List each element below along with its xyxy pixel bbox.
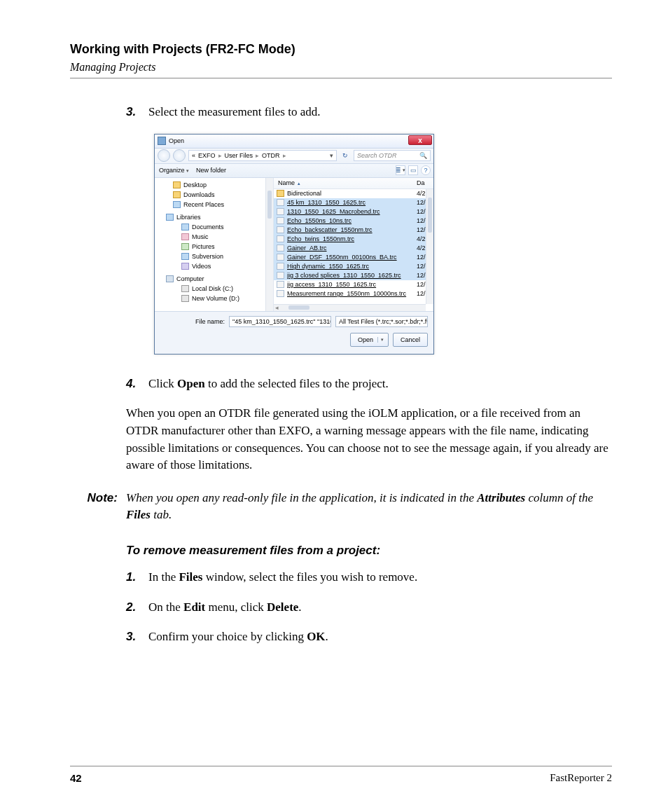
product-name: FastReporter 2 (550, 772, 612, 784)
step-text: Select the measurement files to add. (148, 104, 612, 121)
view-options-button[interactable]: ≣▾ (396, 165, 405, 175)
step-3: 3. Select the measurement files to add. (126, 104, 612, 121)
chevron-right-icon: ▸ (256, 152, 259, 159)
nav-bar: « EXFO ▸ User Files ▸ OTDR ▸ ▾ ↻ Search … (155, 149, 433, 164)
breadcrumb[interactable]: « EXFO ▸ User Files ▸ OTDR ▸ ▾ (188, 150, 337, 161)
file-row[interactable]: Echo_1550ns_10ns.trc12/ (274, 216, 433, 226)
open-button[interactable]: Open▾ (350, 333, 389, 347)
filename-label: File name: (160, 318, 225, 325)
open-split-dropdown[interactable]: ▾ (377, 337, 387, 343)
sidebar-item-pictures[interactable]: Pictures (155, 242, 273, 252)
sidebar-item-recent[interactable]: Recent Places (155, 200, 273, 209)
file-pane: Name▴ Da Bidirectional4/245 km_1310_1550… (274, 178, 433, 311)
file-row[interactable]: Echo_twins_1550nm.trc4/2 (274, 235, 433, 244)
dialog-toolbar: Organize ▾ New folder ≣▾ ▭ ? (155, 164, 433, 178)
file-icon (277, 226, 284, 233)
file-row[interactable]: Echo_backscatter_1550nm.trc12/ (274, 226, 433, 235)
preview-pane-button[interactable]: ▭ (408, 165, 418, 175)
file-name: Echo_backscatter_1550nm.trc (287, 226, 417, 233)
open-dialog-screenshot: Open x « EXFO ▸ User Files ▸ OTDR ▸ ▾ ↻ (154, 134, 612, 355)
organize-button[interactable]: Organize ▾ (159, 167, 189, 174)
remove-step-1: 1. In the Files window, select the files… (126, 569, 612, 586)
help-button[interactable]: ? (421, 165, 431, 175)
crumb-userfiles[interactable]: User Files (225, 152, 253, 159)
new-folder-button[interactable]: New folder (196, 167, 226, 174)
folder-icon (277, 190, 284, 197)
note-text: When you open any read-only file in the … (126, 490, 612, 524)
step-text: In the Files window, select the files yo… (148, 569, 612, 586)
chevron-down-icon[interactable]: ▾ (330, 152, 333, 159)
cancel-button[interactable]: Cancel (393, 333, 428, 347)
file-row[interactable]: jig access_1310_1550_1625.trc12/ (274, 280, 433, 289)
page-number: 42 (70, 772, 82, 784)
dialog-title-text: Open (169, 137, 184, 144)
remove-step-2: 2. On the Edit menu, click Delete. (126, 599, 612, 617)
file-name: Echo_twins_1550nm.trc (287, 235, 417, 242)
open-dialog: Open x « EXFO ▸ User Files ▸ OTDR ▸ ▾ ↻ (154, 134, 434, 355)
paragraph-otdr-warning: When you open an OTDR file generated usi… (126, 405, 612, 474)
file-icon (277, 263, 284, 270)
file-row[interactable]: Gainer_AB.trc4/2 (274, 244, 433, 253)
file-name: 1310_1550_1625_Macrobend.trc (287, 208, 417, 215)
crumb-exfo[interactable]: EXFO (198, 152, 216, 159)
back-button[interactable] (158, 149, 170, 162)
file-icon (277, 254, 284, 261)
file-icon (277, 281, 284, 288)
file-row[interactable]: 1310_1550_1625_Macrobend.trc12/ (274, 207, 433, 216)
page-footer: 42 FastReporter 2 (70, 766, 612, 784)
forward-button[interactable] (173, 149, 186, 162)
page-subheading: Managing Projects (70, 61, 612, 74)
column-date[interactable]: Da (417, 179, 433, 186)
file-hscrollbar[interactable]: ◂ (274, 304, 426, 311)
remove-subheading: To remove measurement files from a proje… (126, 544, 612, 558)
search-input[interactable]: Search OTDR 🔍 (354, 150, 431, 161)
step-text: On the Edit menu, click Delete. (148, 599, 612, 617)
close-button[interactable]: x (408, 135, 432, 145)
sidebar-item-documents[interactable]: Documents (155, 222, 273, 232)
file-icon (277, 245, 284, 252)
sidebar-item-libraries[interactable]: Libraries (155, 212, 273, 222)
page-heading: Working with Projects (FR2-FC Mode) (70, 42, 612, 57)
crumb-lead: « (192, 152, 195, 159)
filename-input[interactable]: "45 km_1310_1550_1625.trc" "1310 ▾ (229, 316, 331, 327)
note-block: Note: When you open any read-only file i… (70, 490, 612, 524)
dialog-body: Desktop Downloads Recent Places Librarie… (155, 178, 433, 311)
file-name: Measurement range_1550nm_10000ns.trc (287, 290, 417, 297)
file-name: Echo_1550ns_10ns.trc (287, 217, 417, 224)
step-text: Confirm your choice by clicking OK. (148, 628, 612, 646)
sidebar-item-desktop[interactable]: Desktop (155, 180, 273, 190)
sidebar-item-videos[interactable]: Videos (155, 261, 273, 271)
file-row[interactable]: jig 3 closed splices_1310_1550_1625.trc1… (274, 271, 433, 280)
file-row[interactable]: Gainer_DSF_1550nm_00100ns_BA.trc12/ (274, 253, 433, 262)
sidebar-item-computer[interactable]: Computer (155, 274, 273, 284)
sidebar-item-newvolume[interactable]: New Volume (D:) (155, 294, 273, 303)
heading-rule (70, 78, 612, 78)
app-icon (158, 137, 166, 145)
file-name: jig 3 closed splices_1310_1550_1625.trc (287, 272, 417, 279)
sidebar-item-music[interactable]: Music (155, 232, 273, 242)
sidebar-item-localdisk[interactable]: Local Disk (C:) (155, 284, 273, 294)
file-icon (277, 235, 284, 242)
sidebar-item-subversion[interactable]: Subversion (155, 252, 273, 261)
file-icon (277, 272, 284, 279)
sidebar-item-downloads[interactable]: Downloads (155, 190, 273, 200)
file-name: Gainer_DSF_1550nm_00100ns_BA.trc (287, 254, 417, 261)
file-name: High dynamic_1550_1625.trc (287, 263, 417, 270)
filetype-select[interactable]: All Test Files (*.trc;*.sor;*.bdr;*.f ▾ (335, 316, 428, 327)
file-row[interactable]: 45 km_1310_1550_1625.trc12/ (274, 198, 433, 207)
nav-sidebar: Desktop Downloads Recent Places Librarie… (155, 178, 274, 311)
dialog-titlebar: Open x (155, 135, 433, 149)
chevron-down-icon[interactable]: ▾ (426, 319, 428, 324)
file-row[interactable]: High dynamic_1550_1625.trc12/ (274, 262, 433, 271)
sidebar-scrollbar[interactable] (265, 178, 273, 311)
file-name: Gainer_AB.trc (287, 245, 417, 252)
file-row[interactable]: Bidirectional4/2 (274, 189, 433, 198)
file-icon (277, 217, 284, 224)
file-row[interactable]: Measurement range_1550nm_10000ns.trc12/ (274, 289, 433, 298)
crumb-otdr[interactable]: OTDR (262, 152, 280, 159)
column-name[interactable]: Name▴ (278, 179, 417, 186)
file-list-header[interactable]: Name▴ Da (274, 178, 433, 189)
refresh-icon[interactable]: ↻ (340, 150, 351, 161)
file-vscrollbar[interactable] (426, 189, 433, 304)
file-name: jig access_1310_1550_1625.trc (287, 281, 417, 288)
